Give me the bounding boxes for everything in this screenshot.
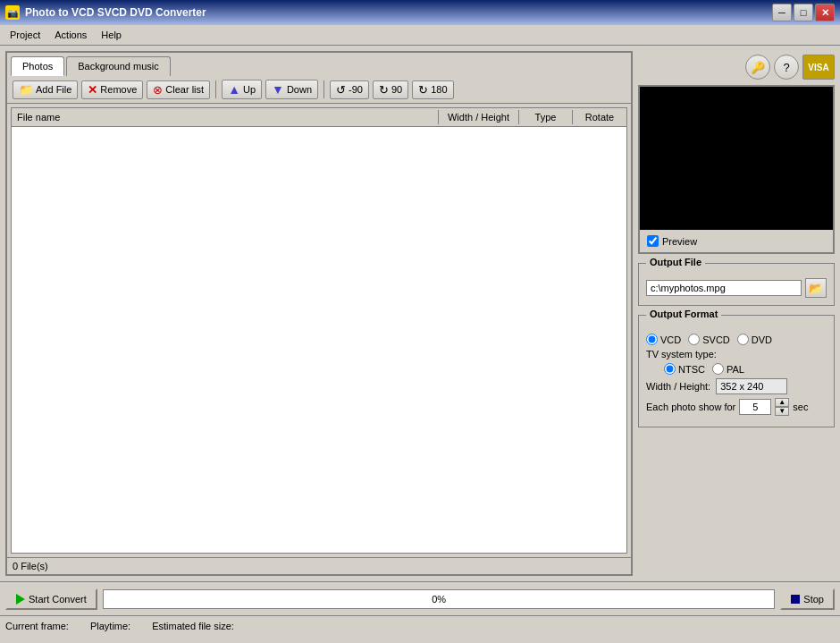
title-bar: 📷 Photo to VCD SVCD DVD Converter ─ □ ✕ (0, 0, 840, 25)
up-arrow-icon: ▲ (228, 82, 240, 97)
spinner-down-button[interactable]: ▼ (775, 407, 789, 416)
rotate-neg90-icon: ↺ (336, 83, 346, 97)
app-title: Photo to VCD SVCD DVD Converter (25, 6, 772, 19)
photo-show-row: Each photo show for ▲ ▼ sec (646, 398, 827, 416)
remove-button[interactable]: ✕ Remove (81, 80, 143, 99)
tv-type-radio-row: NTSC PAL (646, 363, 827, 375)
progress-text: 0% (432, 594, 446, 605)
minimize-button[interactable]: ─ (772, 4, 792, 21)
close-button[interactable]: ✕ (815, 4, 835, 21)
help-icon-button[interactable]: ? (774, 55, 799, 80)
format-radio-row: VCD SVCD DVD (646, 334, 827, 345)
preview-display (640, 87, 833, 230)
file-status: 0 File(s) (7, 557, 631, 574)
current-frame-label: Current frame: (5, 621, 69, 631)
format-dvd-label[interactable]: DVD (737, 334, 772, 345)
clear-list-button[interactable]: ⊗ Clear list (147, 80, 210, 99)
toolbar: 📁 Add File ✕ Remove ⊗ Clear list ▲ Up ▼ … (7, 76, 631, 104)
output-format-group: Output Format VCD SVCD DVD TV system typ… (638, 315, 835, 427)
file-list-container: File name Width / Height Type Rotate (11, 107, 627, 554)
preview-container: Preview (638, 85, 835, 254)
tv-pal-radio[interactable] (712, 363, 724, 375)
restore-button[interactable]: □ (794, 4, 813, 21)
output-file-group-label: Output File (646, 257, 705, 267)
clear-icon: ⊗ (153, 83, 163, 97)
spinner-buttons: ▲ ▼ (775, 398, 789, 416)
progress-bar: 0% (103, 589, 776, 609)
down-arrow-icon: ▼ (272, 82, 284, 97)
bottom-bar: Start Convert 0% Stop (0, 581, 840, 615)
rotate-180-button[interactable]: ↻ 180 (412, 80, 453, 99)
rotate-pos90-button[interactable]: ↻ 90 (373, 80, 408, 99)
output-format-group-label: Output Format (646, 309, 721, 319)
wh-label: Width / Height: (646, 381, 710, 392)
toolbar-divider-2 (323, 80, 324, 98)
file-list-body (12, 127, 626, 467)
left-panel: Photos Background music 📁 Add File ✕ Rem… (5, 51, 633, 576)
status-line: Current frame: Playtime: Estimated file … (0, 615, 840, 635)
window-controls: ─ □ ✕ (772, 4, 835, 21)
photo-show-label: Each photo show for (646, 402, 735, 412)
tabs: Photos Background music (7, 53, 631, 76)
tv-system-row: TV system type: (646, 349, 827, 360)
remove-icon: ✕ (88, 83, 97, 97)
add-file-button[interactable]: 📁 Add File (13, 80, 78, 99)
spinner-up-button[interactable]: ▲ (775, 398, 789, 407)
wh-row: Width / Height: (646, 378, 827, 394)
top-icons: 🔑 ? VISA (638, 51, 835, 80)
format-vcd-label[interactable]: VCD (646, 334, 681, 345)
browse-icon: 📂 (809, 282, 823, 295)
down-button[interactable]: ▼ Down (265, 80, 318, 99)
tv-ntsc-label[interactable]: NTSC (664, 363, 705, 375)
preview-check-row: Preview (640, 230, 833, 252)
menu-project[interactable]: Project (4, 27, 46, 43)
output-file-group: Output File 📂 (638, 263, 835, 306)
rotate-180-icon: ↻ (418, 83, 428, 97)
col-header-rotate: Rotate (573, 110, 626, 124)
tab-background-music[interactable]: Background music (66, 56, 171, 76)
col-header-type: Type (519, 110, 573, 124)
preview-checkbox[interactable] (647, 235, 659, 247)
right-panel: 🔑 ? VISA Preview Output File 📂 Output (638, 51, 835, 576)
register-icon-button[interactable]: VISA (802, 55, 835, 80)
tv-pal-label[interactable]: PAL (712, 363, 744, 375)
format-vcd-radio[interactable] (646, 334, 658, 345)
stop-button[interactable]: Stop (780, 588, 835, 610)
format-svcd-radio[interactable] (688, 334, 700, 345)
menu-help[interactable]: Help (95, 27, 128, 43)
current-frame-item: Current frame: (5, 621, 72, 631)
rotate-pos90-icon: ↻ (379, 83, 389, 97)
playtime-item: Playtime: (90, 621, 134, 631)
up-button[interactable]: ▲ Up (222, 80, 262, 99)
col-header-filename: File name (12, 110, 439, 124)
format-dvd-radio[interactable] (737, 334, 749, 345)
photo-show-input[interactable] (739, 399, 771, 415)
preview-label[interactable]: Preview (662, 236, 697, 247)
file-size-label: Estimated file size: (152, 621, 234, 631)
start-convert-button[interactable]: Start Convert (5, 588, 97, 610)
col-header-wh: Width / Height (439, 110, 519, 124)
play-icon (16, 594, 25, 605)
playtime-label: Playtime: (90, 621, 130, 631)
output-file-input[interactable] (646, 280, 802, 296)
file-list-header: File name Width / Height Type Rotate (12, 108, 626, 127)
format-svcd-label[interactable]: SVCD (688, 334, 730, 345)
add-file-icon: 📁 (19, 83, 33, 97)
wh-input[interactable] (716, 378, 787, 394)
tv-ntsc-radio[interactable] (664, 363, 676, 375)
app-icon: 📷 (5, 5, 20, 20)
file-size-item: Estimated file size: (152, 621, 238, 631)
rotate-neg90-button[interactable]: ↺ -90 (330, 80, 369, 99)
toolbar-divider-1 (215, 80, 216, 98)
stop-icon (791, 595, 800, 604)
browse-button[interactable]: 📂 (805, 278, 827, 298)
key-icon-button[interactable]: 🔑 (745, 55, 770, 80)
photo-show-unit: sec (793, 402, 808, 412)
output-file-row: 📂 (646, 278, 827, 298)
menu-actions[interactable]: Actions (48, 27, 93, 43)
tab-photos[interactable]: Photos (11, 56, 64, 76)
main-container: Photos Background music 📁 Add File ✕ Rem… (0, 46, 840, 581)
tv-system-label: TV system type: (646, 349, 717, 360)
menu-bar: Project Actions Help (0, 25, 840, 46)
